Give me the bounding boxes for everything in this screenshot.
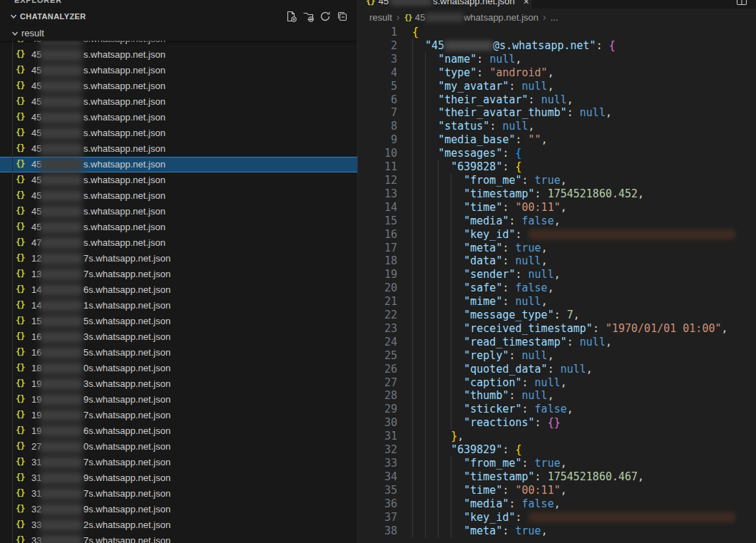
section-header-chatanalyzer[interactable]: CHATANALYZER	[0, 7, 357, 26]
file-item[interactable]: {}45s.whatsapp.net.json	[0, 78, 358, 94]
file-item[interactable]: {}45s.whatsapp.net.json	[0, 125, 358, 141]
code-line[interactable]: 12 "from_me": true,	[359, 174, 756, 187]
file-item[interactable]: {}47s.whatsapp.net.json	[0, 235, 358, 251]
code-line[interactable]: 33 "from_me": true,	[359, 457, 756, 470]
code-line[interactable]: 4 "type": "android",	[359, 66, 756, 80]
code-line[interactable]: 26 "quoted_data": null,	[359, 363, 756, 376]
code-line[interactable]: 1{	[359, 26, 756, 39]
file-item-selected[interactable]: {}45s.whatsapp.net.json	[0, 157, 358, 172]
code-line[interactable]: 13 "timestamp": 1754521860.452,	[359, 187, 756, 201]
breadcrumb-file-suffix[interactable]: whatsapp.net.json	[464, 12, 538, 23]
file-item[interactable]: {}193s.whatsapp.net.json	[0, 376, 358, 392]
code-line[interactable]: 37 "key_id":	[359, 511, 756, 524]
file-item[interactable]: {}141s.whatsapp.net.json	[0, 298, 358, 314]
code-line[interactable]: 25 "reply": null,	[359, 349, 756, 363]
code-line[interactable]: 35 "time": "00:11",	[359, 484, 756, 497]
file-item[interactable]: {}45s.whatsapp.net.json	[0, 172, 358, 188]
token: "639828"	[451, 160, 502, 173]
code-line[interactable]: 31 },	[359, 430, 756, 443]
split-editor-icon[interactable]	[736, 0, 747, 6]
file-item[interactable]: {}45s.whatsapp.net.json	[0, 47, 358, 63]
code-line[interactable]: 9 "media_base": "",	[359, 133, 756, 147]
code-line[interactable]: 36 "media": false,	[359, 497, 756, 511]
breadcrumb-file-prefix[interactable]: 45	[415, 12, 425, 23]
file-item[interactable]: {}180s.whatsapp.net.json	[0, 361, 358, 376]
token: "mime"	[464, 295, 502, 308]
code-line[interactable]: 6 "their_avatar": null,	[359, 93, 756, 107]
code-line[interactable]: 30 "reactions": {}	[359, 416, 756, 430]
collapse-all-icon[interactable]	[337, 11, 348, 22]
code-line[interactable]: 29 "sticker": false,	[359, 403, 756, 416]
file-name-suffix: 0s.whatsapp.net.json	[83, 363, 170, 373]
file-item[interactable]: {}45s.whatsapp.net.json	[0, 219, 358, 235]
file-item[interactable]: {}270s.whatsapp.net.json	[0, 439, 358, 455]
file-item[interactable]: {}332s.whatsapp.net.json	[0, 517, 358, 533]
code-line[interactable]: 11 "639828": {	[359, 160, 756, 174]
new-file-icon[interactable]	[285, 11, 297, 22]
code-line[interactable]: 15 "media": false,	[359, 214, 756, 228]
refresh-icon[interactable]	[320, 11, 331, 22]
file-item[interactable]: {}45s.whatsapp.net.json	[0, 141, 358, 157]
new-folder-icon[interactable]	[302, 11, 314, 22]
code-text: "status": null,	[412, 120, 535, 133]
code-line[interactable]: 23 "received_timestamp": "1970/01/01 01:…	[359, 322, 756, 336]
redacted-phone-number	[39, 299, 83, 312]
close-tab-icon[interactable]: ×	[523, 0, 529, 9]
code-line[interactable]: 27 "caption": null,	[359, 376, 756, 390]
token: :	[509, 349, 521, 362]
code-line[interactable]: 28 "thumb": null,	[359, 389, 756, 403]
breadcrumb-item-result[interactable]: result	[369, 12, 392, 23]
file-item[interactable]: {}155s.whatsapp.net.json	[0, 314, 358, 329]
code-line[interactable]: 22 "message_type": 7,	[359, 309, 756, 322]
file-item[interactable]: {}45s.whatsapp.net.json	[0, 63, 358, 78]
code-line[interactable]: 3 "name": null,	[359, 53, 756, 66]
code-line[interactable]: 20 "safe": false,	[359, 281, 756, 295]
code-line[interactable]: 24 "read_timestamp": null,	[359, 336, 756, 349]
file-item[interactable]: {}197s.whatsapp.net.json	[0, 408, 358, 423]
token: null	[502, 120, 528, 133]
tree-folder-result[interactable]: result	[0, 26, 357, 41]
file-item[interactable]: {}199s.whatsapp.net.json	[0, 392, 358, 408]
token: "name"	[438, 53, 476, 66]
code-line[interactable]: 18 "data": null,	[359, 254, 756, 268]
code-line[interactable]: 32 "639829": {	[359, 443, 756, 457]
file-item[interactable]: {}196s.whatsapp.net.json	[0, 423, 358, 439]
code-line[interactable]: 21 "mime": null,	[359, 295, 756, 309]
code-editor[interactable]: 1{2 "45@s.whatsapp.net": {3 "name": null…	[359, 26, 756, 543]
file-item[interactable]: {}45s.whatsapp.net.json	[0, 204, 358, 219]
token: :	[489, 120, 502, 133]
file-item[interactable]: {}165s.whatsapp.net.json	[0, 345, 358, 361]
redacted-phone-number	[39, 237, 83, 249]
code-line[interactable]: 19 "sender": null,	[359, 268, 756, 281]
file-item[interactable]: {}329s.whatsapp.net.json	[0, 502, 358, 517]
code-line[interactable]: 10 "messages": {	[359, 147, 756, 160]
file-item[interactable]: {}45s.whatsapp.net.json	[0, 188, 358, 204]
file-item[interactable]: {}146s.whatsapp.net.json	[0, 282, 358, 298]
file-item[interactable]: {}127s.whatsapp.net.json	[0, 251, 358, 267]
code-line[interactable]: 34 "timestamp": 1754521860.467,	[359, 470, 756, 484]
code-line[interactable]: 5 "my_avatar": null,	[359, 80, 756, 93]
code-line[interactable]: 16 "key_id":	[359, 228, 756, 242]
token: ,	[561, 201, 567, 214]
breadcrumb-symbol-more[interactable]: ...	[551, 12, 558, 23]
tab-whatsapp-json[interactable]: {} 45 s.whatsapp.net.json ×	[359, 0, 531, 9]
code-line[interactable]: 14 "time": "00:11",	[359, 201, 756, 214]
file-item[interactable]: {}319s.whatsapp.net.json	[0, 470, 358, 486]
file-name-suffix: s.whatsapp.net.json	[83, 190, 165, 201]
file-list: {}45s.whatsapp.net.json{}45s.whatsapp.ne…	[0, 31, 358, 543]
token: :	[567, 106, 580, 119]
code-line[interactable]: 38 "meta": true,	[359, 524, 756, 538]
code-line[interactable]: 7 "their_avatar_thumb": null,	[359, 106, 756, 120]
file-item[interactable]: {}337s.whatsapp.net.json	[0, 533, 358, 543]
file-item[interactable]: {}137s.whatsapp.net.json	[0, 267, 358, 282]
file-item[interactable]: {}45s.whatsapp.net.json	[0, 110, 358, 125]
file-item[interactable]: {}45s.whatsapp.net.json	[0, 94, 358, 110]
token: :	[522, 174, 535, 187]
code-line[interactable]: 2 "45@s.whatsapp.net": {	[359, 39, 756, 53]
file-item[interactable]: {}163s.whatsapp.net.json	[0, 329, 358, 345]
code-line[interactable]: 17 "meta": true,	[359, 242, 756, 255]
file-name-suffix: 3s.whatsapp.net.json	[83, 378, 170, 389]
file-item[interactable]: {}317s.whatsapp.net.json	[0, 455, 358, 470]
code-line[interactable]: 8 "status": null,	[359, 120, 756, 133]
file-item[interactable]: {}317s.whatsapp.net.json	[0, 486, 358, 502]
